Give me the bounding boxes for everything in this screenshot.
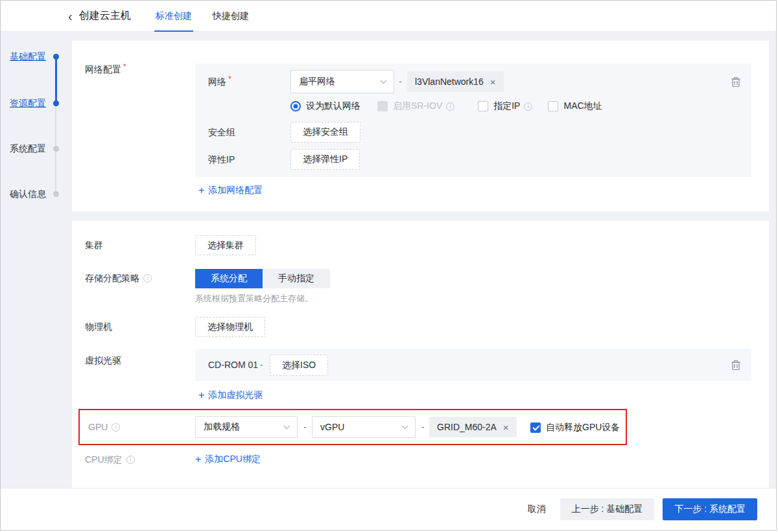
select-host-button[interactable]: 选择物理机 [195,317,265,337]
prev-step-button[interactable]: 上一步 : 基础配置 [560,498,655,520]
security-group-label: 安全组 [208,127,235,138]
label-text: 安全组 [208,127,235,138]
option-default-network: 设为默认网络 [290,100,360,112]
label-text: 网络 [208,76,226,87]
step-confirm-info[interactable]: 确认信息 [10,189,46,200]
info-icon[interactable]: i [143,274,152,283]
eip-label: 弹性IP [208,154,235,165]
step-basic-config[interactable]: 基础配置 [10,51,46,62]
option-label: 指定IP [493,100,520,112]
storage-policy-toggle: 系统分配 手动指定 [195,269,330,288]
checkbox-sriov [377,101,388,111]
info-icon[interactable]: i [524,102,532,111]
step-connector [55,152,56,194]
storage-hint: 系统根据预置策略分配主存储。 [195,293,313,305]
label-text: 存储分配策略 [85,273,139,284]
option-label: 启用SR-IOV [393,100,442,112]
label-text: 物理机 [85,321,112,332]
step-connector-done [55,60,57,104]
checkbox-specify-ip[interactable] [478,101,488,111]
remove-tag-icon[interactable]: × [503,422,509,433]
label-text: 虚拟光驱 [85,355,121,366]
step-dot-done [53,100,59,106]
add-cpu-binding-link[interactable]: + 添加CPU绑定 [195,454,261,465]
footer: 取消 上一步 : 基础配置 下一步 : 系统配置 [1,488,776,530]
network-config-card: 网络配置* 网络* 扁平网络 - l3VlanNetwork16 × [72,41,769,211]
plus-icon: + [198,185,204,196]
info-icon[interactable]: i [126,456,135,464]
label-text: 弹性IP [208,154,235,165]
trash-icon[interactable] [731,76,741,87]
network-tag: l3VlanNetwork16 × [407,71,504,92]
option-specify-ip: 指定IP i [478,100,532,112]
add-network-config-link[interactable]: + 添加网络配置 [198,185,263,196]
create-vm-page: ‹ 创建云主机 标准创建 快捷创建 基础配置 资源配置 系统配置 确认信息 网络… [0,0,777,531]
gpu-label: GPU i [88,422,120,433]
select-value: 扁平网络 [299,76,335,87]
tab-quick-create[interactable]: 快捷创建 [211,1,250,32]
trash-icon[interactable] [731,360,741,371]
cluster-label: 集群 [85,240,103,251]
storage-system-option[interactable]: 系统分配 [195,269,263,288]
storage-policy-label: 存储分配策略 i [85,273,152,284]
step-system-config[interactable]: 系统配置 [10,143,46,154]
host-label: 物理机 [85,321,112,332]
plus-icon: + [195,454,201,465]
chevron-down-icon [283,425,290,430]
step-dot-done [53,54,59,60]
option-mac-address: MAC地址 [548,100,602,112]
select-security-group-button[interactable]: 选择安全组 [290,122,360,143]
separator: - [303,422,307,432]
network-config-label: 网络配置* [85,64,126,75]
cdrom-value: CD-ROM 01 [208,360,258,371]
resource-config-card: 集群 选择集群 存储分配策略 i 系统分配 手动指定 系统根据预置策略分配主存储… [72,221,769,490]
storage-manual-option[interactable]: 手动指定 [263,269,330,288]
cpu-binding-label: CPU绑定 i [85,454,135,465]
checkbox-auto-release-gpu[interactable] [530,422,541,433]
page-body: 基础配置 资源配置 系统配置 确认信息 网络配置* 网络* 扁平网络 - [1,32,776,530]
gpu-device-tag: GRID_M60-2A × [429,417,517,437]
remove-tag-icon[interactable]: × [490,76,496,87]
gpu-auto-release-option: 自动释放GPU设备 [530,422,620,434]
select-eip-button[interactable]: 选择弹性IP [290,149,360,170]
network-options-row: 设为默认网络 启用SR-IOV i 指定IP i MAC地址 [290,100,602,112]
step-resource-config[interactable]: 资源配置 [10,98,46,109]
info-icon[interactable]: i [446,102,454,111]
option-label: MAC地址 [563,100,602,112]
select-iso-button[interactable]: 选择ISO [270,354,328,376]
label-text: CPU绑定 [85,454,123,465]
add-cdrom-link[interactable]: + 添加虚拟光驱 [198,389,263,401]
tab-bar: 标准创建 快捷创建 [154,1,268,32]
step-dot-todo [53,191,59,197]
select-value: vGPU [320,422,344,432]
select-value: 加载规格 [204,421,240,433]
tab-label: 标准创建 [156,10,192,22]
gpu-type-select[interactable]: vGPU [312,416,416,438]
label-text: 网络配置 [85,64,121,75]
back-icon[interactable]: ‹ [68,10,73,23]
separator: - [399,76,402,87]
value-text: CD-ROM 01 [208,360,258,371]
option-label: 设为默认网络 [306,100,360,112]
radio-default-network[interactable] [290,101,301,111]
next-step-button[interactable]: 下一步 : 系统配置 [663,498,757,520]
info-icon[interactable]: i [112,423,120,432]
checkbox-mac-address[interactable] [548,101,558,111]
tab-label: 快捷创建 [213,10,249,22]
required-mark: * [123,62,126,73]
page-title: 创建云主机 [79,9,131,23]
plus-icon: + [198,389,204,401]
cancel-button[interactable]: 取消 [521,498,552,520]
cdrom-label: 虚拟光驱 [85,355,121,366]
tab-standard-create[interactable]: 标准创建 [154,1,193,32]
network-entry-panel: 网络* 扁平网络 - l3VlanNetwork16 × [195,64,751,177]
select-cluster-button[interactable]: 选择集群 [195,235,256,255]
tag-label: GRID_M60-2A [437,422,497,432]
cdrom-panel: CD-ROM 01 - 选择ISO [195,349,751,381]
chevron-down-icon [401,425,408,430]
separator: - [421,422,425,432]
step-connector [55,106,56,149]
gpu-spec-select[interactable]: 加载规格 [195,416,298,438]
network-label: 网络* [208,76,231,87]
network-type-select[interactable]: 扁平网络 [290,70,394,93]
